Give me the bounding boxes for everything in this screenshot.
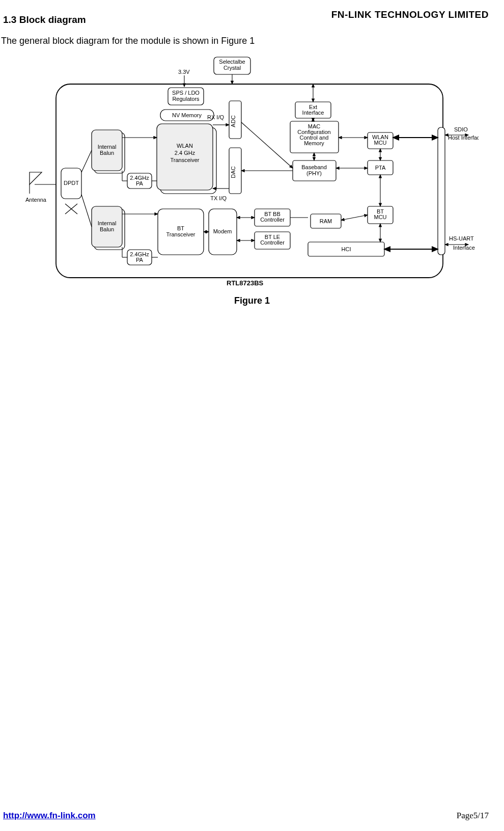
svg-text:SPS / LDORegulators: SPS / LDORegulators xyxy=(172,90,200,102)
svg-text:ADC: ADC xyxy=(230,115,236,127)
svg-text:WLANMCU: WLANMCU xyxy=(372,134,388,146)
block-diagram-figure: RTL8723BS SelectalbeCrystal 3.3V SPS / L… xyxy=(25,56,479,285)
hsuart-label-1: HS-UART xyxy=(449,235,474,242)
sdio-label-2: Host Interface xyxy=(448,135,479,141)
voltage-label: 3.3V xyxy=(178,69,190,75)
nv-memory-label: NV Memory xyxy=(172,112,202,118)
svg-text:InternalBalun: InternalBalun xyxy=(98,220,117,232)
section-heading: 1.3 Block diagram xyxy=(3,14,86,25)
figure-caption: Figure 1 xyxy=(0,296,504,306)
hci-label: HCI xyxy=(342,246,351,252)
intro-text: The general block diagram for the module… xyxy=(1,36,255,46)
ram-label: RAM xyxy=(320,218,332,224)
footer-link[interactable]: http://www.fn-link.com xyxy=(3,811,96,821)
sdio-label-1: SDIO xyxy=(454,126,468,132)
svg-rect-49 xyxy=(438,127,445,255)
chip-name-label: RTL8723BS xyxy=(227,279,264,285)
hsuart-label-2: Interface xyxy=(453,245,475,251)
company-name: FN-LINK TECHNOLOGY LIMITED xyxy=(331,9,489,20)
dpdt-label: DPDT xyxy=(64,180,79,186)
rx-iq-label: RX I/Q xyxy=(207,114,224,120)
tx-iq-label: TX I/Q xyxy=(210,195,227,201)
footer-page-number: Page5/17 xyxy=(457,811,489,821)
antenna-label: Antenna xyxy=(25,197,47,203)
svg-text:DAC: DAC xyxy=(230,166,236,178)
pta-label: PTA xyxy=(375,165,386,171)
modem-label: Modem xyxy=(213,228,232,234)
svg-text:InternalBalun: InternalBalun xyxy=(98,144,117,156)
